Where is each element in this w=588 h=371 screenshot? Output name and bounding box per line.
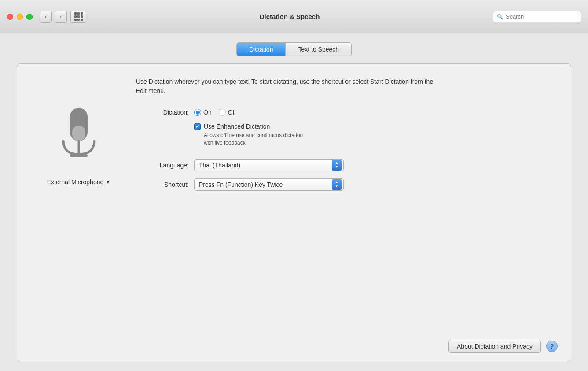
language-row: Language: Thai (Thailand) ▲ ▼	[136, 159, 558, 171]
back-button[interactable]: ‹	[40, 11, 52, 23]
enhanced-checkbox[interactable]: ✓	[194, 123, 201, 130]
radio-off[interactable]: Off	[219, 109, 236, 116]
tab-dictation[interactable]: Dictation	[237, 43, 285, 56]
tab-text-to-speech[interactable]: Text to Speech	[286, 43, 351, 56]
radio-on-indicator	[196, 111, 200, 115]
microphone-icon	[55, 104, 103, 171]
radio-off-label: Off	[228, 109, 236, 116]
dictation-label: Dictation:	[136, 109, 189, 116]
tabs-container: Dictation Text to Speech	[236, 42, 352, 56]
shortcut-select[interactable]: Press Fn (Function) Key Twice ▲ ▼	[194, 178, 344, 191]
checkmark-icon: ✓	[195, 124, 199, 129]
shortcut-value: Press Fn (Function) Key Twice	[199, 181, 283, 188]
grid-view-button[interactable]	[70, 11, 86, 23]
arrow-up-icon: ▲	[335, 161, 338, 165]
radio-group: On Off	[194, 109, 236, 116]
arrow-down-icon: ▼	[335, 165, 338, 169]
settings-panel: External Microphone ▼ Use Dictation wher…	[17, 63, 571, 362]
main-content: Dictation Text to Speech	[0, 33, 588, 371]
language-select[interactable]: Thai (Thailand) ▲ ▼	[194, 159, 344, 171]
microphone-label[interactable]: External Microphone ▼	[47, 178, 110, 186]
shortcut-select-arrows: ▲ ▼	[332, 179, 342, 190]
radio-on-button[interactable]	[194, 109, 201, 116]
svg-rect-2	[70, 154, 88, 157]
radio-on-label: On	[203, 109, 212, 116]
traffic-lights	[7, 14, 33, 20]
forward-button[interactable]: ›	[55, 11, 67, 23]
grid-icon	[74, 12, 83, 21]
titlebar: ‹ › Dictation & Speech 🔍	[0, 0, 588, 33]
settings-section: Use Dictation wherever you can type text…	[127, 77, 558, 335]
shortcut-arrow-up-icon: ▲	[335, 181, 338, 184]
nav-buttons: ‹ ›	[40, 11, 67, 23]
shortcut-label: Shortcut:	[136, 181, 189, 188]
enhanced-desc: Allows offline use and continuous dictat…	[204, 132, 558, 147]
enhanced-desc-line1: Allows offline use and continuous dictat…	[204, 132, 303, 138]
enhanced-checkbox-row: ✓ Use Enhanced Dictation	[194, 123, 558, 130]
maximize-button[interactable]	[26, 14, 33, 20]
search-box[interactable]: 🔍	[493, 11, 581, 22]
microphone-chevron-icon: ▼	[105, 179, 110, 185]
shortcut-row: Shortcut: Press Fn (Function) Key Twice …	[136, 178, 558, 191]
enhanced-label: Use Enhanced Dictation	[204, 123, 270, 130]
radio-on[interactable]: On	[194, 109, 212, 116]
microphone-section: External Microphone ▼	[30, 77, 127, 335]
language-select-arrows: ▲ ▼	[332, 160, 342, 171]
language-value: Thai (Thailand)	[199, 162, 240, 169]
enhanced-desc-line2: with live feedback.	[204, 140, 247, 146]
window-title: Dictation & Speech	[86, 13, 493, 20]
language-label: Language:	[136, 162, 189, 169]
svg-rect-1	[72, 126, 85, 141]
close-button[interactable]	[7, 14, 13, 20]
minimize-button[interactable]	[17, 14, 23, 20]
search-input[interactable]	[506, 13, 577, 20]
description-text: Use Dictation wherever you can type text…	[136, 77, 444, 96]
dictation-onoff-row: Dictation: On Off	[136, 109, 558, 116]
enhanced-section: ✓ Use Enhanced Dictation Allows offline …	[194, 123, 558, 147]
panel-body: External Microphone ▼ Use Dictation wher…	[30, 77, 558, 335]
help-button[interactable]: ?	[546, 341, 558, 352]
microphone-name: External Microphone	[47, 178, 103, 186]
panel-bottom: About Dictation and Privacy ?	[30, 335, 558, 353]
radio-off-button[interactable]	[219, 109, 226, 116]
about-button[interactable]: About Dictation and Privacy	[448, 340, 541, 353]
search-icon: 🔍	[497, 14, 503, 20]
shortcut-arrow-down-icon: ▼	[335, 185, 338, 188]
tab-segment: Dictation Text to Speech	[236, 42, 352, 56]
